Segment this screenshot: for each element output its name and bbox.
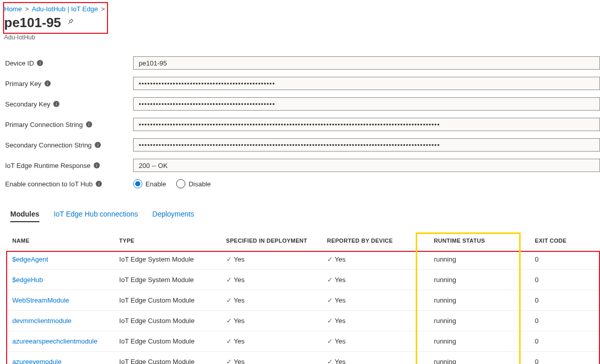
module-report: ✓Yes: [321, 290, 428, 311]
module-report: ✓Yes: [321, 352, 428, 365]
enable-radio[interactable]: Enable: [133, 179, 166, 188]
table-row: azureeyemoduleIoT Edge Custom Module✓Yes…: [6, 352, 600, 365]
info-icon[interactable]: i: [37, 60, 43, 66]
enable-conn-label: Enable connection to IoT Hub: [5, 180, 93, 188]
modules-table: Name Type Specified in Deployment Report…: [6, 232, 600, 364]
module-report: ✓Yes: [321, 249, 428, 270]
breadcrumb: Home > Adu-IotHub | IoT Edge >: [4, 4, 105, 13]
check-icon: ✓: [226, 276, 232, 284]
check-icon: ✓: [226, 255, 232, 263]
th-name[interactable]: Name: [6, 232, 113, 249]
highlight-title-region: Home > Adu-IotHub | IoT Edge > pe101-95: [3, 2, 108, 34]
primary-key-label: Primary Key: [5, 80, 41, 88]
module-type: IoT Edge Custom Module: [113, 352, 220, 365]
check-icon: ✓: [327, 317, 333, 325]
chevron-right-icon: >: [25, 5, 29, 13]
secondary-key-label: Secondary Key: [5, 100, 50, 108]
th-runtime[interactable]: Runtime Status: [428, 232, 529, 249]
module-spec: ✓Yes: [220, 249, 321, 270]
module-runtime: running: [428, 331, 529, 352]
runtime-response-input[interactable]: [133, 159, 600, 172]
module-exit: 0: [529, 249, 600, 270]
info-icon[interactable]: i: [95, 142, 101, 148]
radio-icon: [176, 179, 185, 188]
device-id-input[interactable]: [133, 56, 600, 70]
page-title: pe101-95: [4, 15, 61, 31]
table-row: $edgeAgentIoT Edge System Module✓Yes✓Yes…: [6, 249, 600, 270]
check-icon: ✓: [226, 296, 232, 304]
module-type: IoT Edge Custom Module: [113, 331, 220, 352]
module-runtime: running: [428, 270, 529, 290]
pin-icon[interactable]: [66, 18, 74, 28]
module-exit: 0: [529, 331, 600, 352]
check-icon: ✓: [327, 296, 333, 304]
module-name-link[interactable]: devmmclientmodule: [12, 317, 72, 325]
module-report: ✓Yes: [321, 311, 428, 331]
module-exit: 0: [529, 311, 600, 331]
enable-conn-radio-group: Enable Disable: [133, 179, 211, 188]
module-type: IoT Edge Custom Module: [113, 290, 220, 311]
disable-radio[interactable]: Disable: [176, 179, 210, 188]
primary-conn-input[interactable]: [133, 118, 600, 131]
primary-conn-label: Primary Connection String: [5, 121, 83, 129]
module-type: IoT Edge Custom Module: [113, 311, 220, 331]
tab-hub-connections[interactable]: IoT Edge Hub connections: [54, 207, 138, 222]
table-row: azureearspeechclientmoduleIoT Edge Custo…: [6, 331, 600, 352]
module-runtime: running: [428, 249, 529, 270]
module-spec: ✓Yes: [220, 311, 321, 331]
breadcrumb-hub[interactable]: Adu-IotHub | IoT Edge: [32, 5, 98, 13]
breadcrumb-home[interactable]: Home: [4, 5, 22, 13]
check-icon: ✓: [226, 317, 232, 325]
module-report: ✓Yes: [321, 331, 428, 352]
th-spec[interactable]: Specified in Deployment: [220, 232, 321, 249]
module-spec: ✓Yes: [220, 290, 321, 311]
check-icon: ✓: [327, 276, 333, 284]
module-name-link[interactable]: WebStreamModule: [12, 296, 69, 304]
secondary-conn-label: Secondary Connection String: [5, 141, 92, 149]
module-runtime: running: [428, 290, 529, 311]
module-runtime: running: [428, 311, 529, 331]
radio-selected-icon: [133, 179, 142, 188]
modules-table-wrap: Name Type Specified in Deployment Report…: [6, 232, 600, 364]
th-report[interactable]: Reported by Device: [321, 232, 428, 249]
module-spec: ✓Yes: [220, 352, 321, 365]
check-icon: ✓: [226, 358, 232, 364]
module-name-link[interactable]: $edgeAgent: [12, 255, 48, 263]
device-id-label: Device ID: [5, 59, 34, 67]
info-icon[interactable]: i: [45, 80, 51, 87]
secondary-conn-input[interactable]: [133, 138, 600, 152]
module-exit: 0: [529, 270, 600, 290]
check-icon: ✓: [327, 255, 333, 263]
module-name-link[interactable]: azureeyemodule: [12, 358, 61, 364]
info-icon[interactable]: i: [96, 181, 102, 187]
device-form: Device ID i Primary Key i Secondary Key …: [4, 56, 600, 188]
th-exit[interactable]: Exit Code: [529, 232, 600, 249]
module-spec: ✓Yes: [220, 331, 321, 352]
chevron-right-icon: >: [101, 5, 105, 13]
disable-label: Disable: [188, 180, 210, 188]
module-spec: ✓Yes: [220, 270, 321, 290]
tab-deployments[interactable]: Deployments: [153, 207, 195, 222]
module-name-link[interactable]: azureearspeechclientmodule: [12, 337, 97, 345]
enable-label: Enable: [145, 180, 166, 188]
module-type: IoT Edge System Module: [113, 249, 220, 270]
table-row: $edgeHubIoT Edge System Module✓Yes✓Yesru…: [6, 270, 600, 290]
module-runtime: running: [428, 352, 529, 365]
th-type[interactable]: Type: [113, 232, 220, 249]
tab-modules[interactable]: Modules: [10, 207, 39, 222]
table-row: devmmclientmoduleIoT Edge Custom Module✓…: [6, 311, 600, 331]
primary-key-input[interactable]: [133, 77, 600, 90]
module-type: IoT Edge System Module: [113, 270, 220, 290]
secondary-key-input[interactable]: [133, 97, 600, 111]
info-icon[interactable]: i: [53, 101, 59, 107]
check-icon: ✓: [226, 337, 232, 345]
table-row: WebStreamModuleIoT Edge Custom Module✓Ye…: [6, 290, 600, 311]
module-exit: 0: [529, 290, 600, 311]
check-icon: ✓: [327, 337, 333, 345]
info-icon[interactable]: i: [94, 162, 100, 168]
module-exit: 0: [529, 352, 600, 365]
info-icon[interactable]: i: [86, 121, 92, 127]
check-icon: ✓: [327, 358, 333, 364]
module-name-link[interactable]: $edgeHub: [12, 276, 43, 284]
runtime-response-label: IoT Edge Runtime Response: [5, 162, 91, 169]
